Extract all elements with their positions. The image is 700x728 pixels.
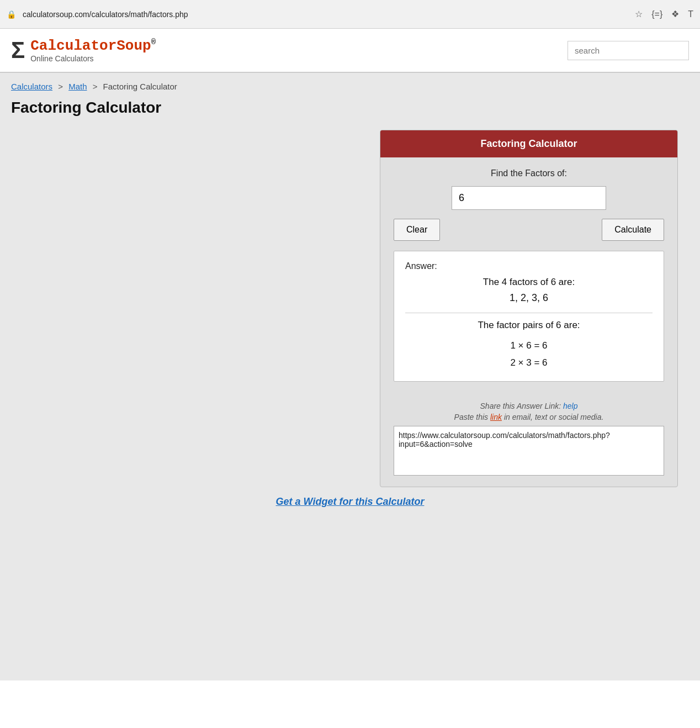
breadcrumb-sep2: > bbox=[93, 82, 98, 91]
breadcrumb-current: Factoring Calculator bbox=[103, 82, 177, 91]
brand-part1: Calculator bbox=[30, 38, 116, 54]
calculate-button[interactable]: Calculate bbox=[602, 219, 664, 241]
factors-list: 1, 2, 3, 6 bbox=[405, 292, 653, 304]
answer-divider bbox=[405, 313, 653, 313]
widget-link[interactable]: Get a Widget for this Calculator bbox=[276, 496, 425, 507]
calc-body: Find the Factors of: Clear Calculate Ans… bbox=[380, 157, 677, 402]
breadcrumb-sep1: > bbox=[58, 82, 63, 91]
factors-count: The 4 factors of 6 are: bbox=[405, 277, 653, 288]
page-title: Factoring Calculator bbox=[11, 99, 689, 117]
answer-content: The 4 factors of 6 are: 1, 2, 3, 6 The f… bbox=[405, 277, 653, 371]
widget-link-section: Get a Widget for this Calculator bbox=[11, 487, 689, 508]
share-section: Share this Answer Link: help Paste this … bbox=[380, 402, 677, 487]
search-input[interactable] bbox=[568, 41, 689, 60]
factor-pairs-label: The factor pairs of 6 are: bbox=[405, 320, 653, 331]
breadcrumb-math[interactable]: Math bbox=[68, 82, 87, 91]
button-row: Clear Calculate bbox=[394, 219, 664, 241]
breadcrumb-calculators[interactable]: Calculators bbox=[11, 82, 52, 91]
site-header: Σ CalculatorSoup® Online Calculators bbox=[0, 29, 700, 73]
paste-before: Paste this bbox=[454, 413, 488, 421]
factor-pair-2: 2 × 3 = 6 bbox=[405, 355, 653, 372]
paste-link: link bbox=[490, 413, 502, 421]
page-wrapper: Σ CalculatorSoup® Online Calculators Cal… bbox=[0, 29, 700, 728]
calc-widget: Factoring Calculator Find the Factors of… bbox=[380, 130, 678, 487]
share-label: Share this Answer Link: help bbox=[394, 402, 664, 410]
logo-area: Σ CalculatorSoup® Online Calculators bbox=[11, 38, 156, 63]
brand-registered: ® bbox=[151, 38, 156, 46]
number-input[interactable] bbox=[452, 186, 606, 210]
share-label-text: Share this Answer Link: bbox=[480, 402, 561, 410]
tagline: Online Calculators bbox=[30, 54, 156, 63]
font-icon[interactable]: T bbox=[688, 9, 693, 19]
calc-widget-header: Factoring Calculator bbox=[380, 130, 677, 157]
brand-name: CalculatorSoup® bbox=[30, 38, 156, 54]
answer-label: Answer: bbox=[405, 261, 653, 271]
brand-part2: Soup bbox=[116, 38, 151, 54]
logo-text: CalculatorSoup® Online Calculators bbox=[30, 38, 156, 63]
share-url-textarea[interactable]: https://www.calculatorsoup.com/calculato… bbox=[394, 426, 664, 476]
content-area: Calculators > Math > Factoring Calculato… bbox=[0, 73, 700, 680]
share-help-link[interactable]: help bbox=[563, 402, 577, 410]
dropbox-icon[interactable]: ❖ bbox=[671, 9, 679, 19]
paste-after: in email, text or social media. bbox=[504, 413, 604, 421]
lock-icon: 🔒 bbox=[7, 10, 16, 19]
devtools-icon[interactable]: {=} bbox=[651, 9, 662, 19]
factor-pairs: 1 × 6 = 6 2 × 3 = 6 bbox=[405, 337, 653, 371]
star-icon[interactable]: ☆ bbox=[635, 9, 643, 19]
url-bar[interactable]: calculatorsoup.com/calculators/math/fact… bbox=[23, 10, 628, 19]
answer-box: Answer: The 4 factors of 6 are: 1, 2, 3,… bbox=[394, 251, 664, 382]
factor-pair-1: 1 × 6 = 6 bbox=[405, 337, 653, 355]
browser-chrome: 🔒 calculatorsoup.com/calculators/math/fa… bbox=[0, 0, 700, 29]
clear-button[interactable]: Clear bbox=[394, 219, 440, 241]
find-factors-label: Find the Factors of: bbox=[394, 168, 664, 178]
browser-icons: ☆ {=} ❖ T bbox=[635, 9, 693, 19]
share-paste-text: Paste this link in email, text or social… bbox=[394, 413, 664, 421]
sigma-icon: Σ bbox=[11, 39, 25, 62]
breadcrumb: Calculators > Math > Factoring Calculato… bbox=[11, 82, 689, 91]
